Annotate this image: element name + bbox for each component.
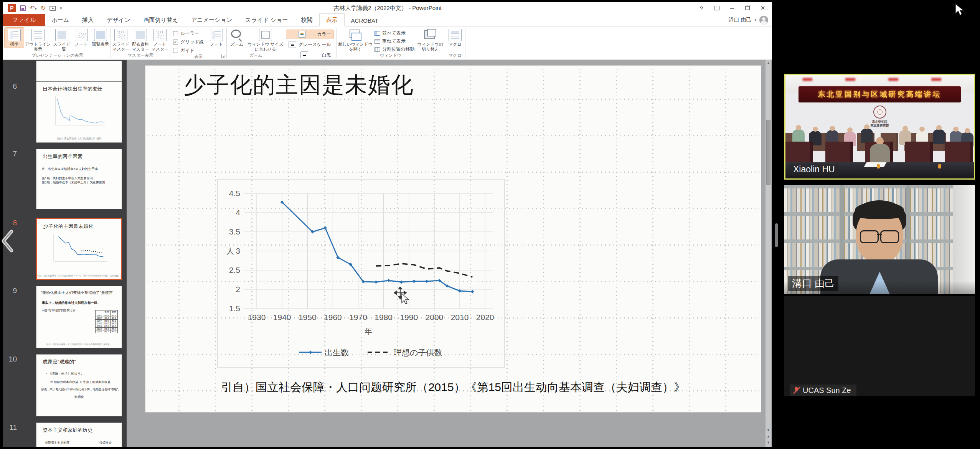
reading-view-button[interactable]: 閲覧表示 <box>91 28 110 48</box>
grayscale-button[interactable]: グレースケール <box>286 40 333 49</box>
slide-thumbnail-7[interactable]: 出生率的两个因素 ※ 出生率＝①结婚率×②夫妇的生子率 第1期：夫妇的生子率低下… <box>36 149 122 209</box>
desktop: 吉林大学講義2（2022中文） - PowerPoint P ↶▾ ↻ ▾ ? … <box>0 0 980 449</box>
tab-design[interactable]: デザイン <box>100 14 137 26</box>
slide-canvas[interactable]: 少子化的主因是未婚化 1.522.533.544.519301940195019… <box>145 65 761 413</box>
slide-chart[interactable]: 1.522.533.544.51930194019501960197019801… <box>217 179 505 368</box>
normal-view-button[interactable]: 標準 <box>5 28 24 48</box>
tab-home[interactable]: ホーム <box>45 14 76 26</box>
svg-text:1980: 1980 <box>375 313 393 322</box>
macros-button[interactable]: マクロ <box>445 28 465 48</box>
notes-page-button[interactable]: ノート <box>72 28 91 48</box>
arrange-all-button[interactable]: 並べて表示 <box>375 30 414 36</box>
video-participant-ucas-sun-ze[interactable]: UCAS Sun Ze <box>784 296 975 396</box>
svg-text:2010: 2010 <box>451 313 469 322</box>
ribbon-group-show: ルーラー ✓グリッド線 ガイド ノート 表示 <box>171 26 226 59</box>
curtain <box>953 185 975 294</box>
zoom-button[interactable]: ズーム <box>227 28 246 48</box>
color-button[interactable]: カラー <box>286 30 333 39</box>
start-slideshow-icon[interactable] <box>49 6 56 11</box>
scrollbar-thumb[interactable] <box>766 120 770 185</box>
window-title: 吉林大学講義2（2022中文） - PowerPoint <box>3 2 772 14</box>
handout-master-button[interactable]: 配布資料 マスター <box>131 28 150 52</box>
thumb-line: 第1期：夫妇的生子率低下为主要原因 <box>36 176 122 180</box>
svg-text:理想の子供数: 理想の子供数 <box>394 348 442 357</box>
save-icon[interactable] <box>20 5 26 11</box>
account-area[interactable]: 溝口 由己 ▾ <box>729 15 768 25</box>
ribbon-display-options-button[interactable] <box>710 3 724 13</box>
slide-master-button[interactable]: スライド マスター <box>111 28 131 52</box>
notes-master-button[interactable]: ノート マスター <box>150 28 170 52</box>
cup <box>938 164 941 168</box>
chevron-down-icon: ▾ <box>754 18 756 22</box>
dialog-launcher-icon[interactable] <box>221 54 225 58</box>
college-logo-icon <box>873 106 886 119</box>
collapse-panel-chevron-icon[interactable] <box>0 229 17 253</box>
slide-sorter-button[interactable]: スライド 一覧 <box>52 28 72 52</box>
paper <box>864 162 887 167</box>
gridlines-checkbox[interactable]: ✓グリッド線 <box>173 39 204 45</box>
tab-review[interactable]: 校閲 <box>295 14 319 26</box>
ribbon: 標準 アウトライン 表示 スライド 一覧 ノート 閲覧表示 プレゼンテーションの… <box>3 26 772 60</box>
notes-button[interactable]: ノート <box>207 28 226 48</box>
next-slide-icon[interactable]: ▼ <box>767 439 770 447</box>
video-participant-mizoguchi[interactable]: 溝口 由己 <box>784 185 975 294</box>
glasses-icon <box>860 230 899 242</box>
thumb-caption: 引自）厚生劳动省《人口动态统计》编制 <box>36 137 122 140</box>
tab-transitions[interactable]: 画面切り替え <box>137 14 185 26</box>
video-participant-xiaolin-hu[interactable]: 东北亚国别与区域研究高端讲坛 东北亚学院 东北亚研究院 Xiaolin HU <box>784 74 975 180</box>
ribbon-tabs: ファイル ホーム 挿入 デザイン 画面切り替え アニメーション スライド ショー… <box>3 14 772 26</box>
notes-page-icon <box>75 29 88 41</box>
slide-title[interactable]: 少子化的主因是未婚化 <box>184 70 414 100</box>
thumb-caption: 引自）国立社会保障・人口问题研究所（2015）《第15回出生动向基本调查（夫妇调… <box>37 274 121 277</box>
tab-animations[interactable]: アニメーション <box>185 14 239 26</box>
slide-thumbnail-8-selected[interactable]: 少子化的主因是未婚化 引自）国立社会保障・人口问题研究所（2015）《第15回出… <box>36 218 122 280</box>
tab-slideshow[interactable]: スライド ショー <box>239 14 294 26</box>
led-banner: 东北亚国别与区域研究高端讲坛 <box>799 86 961 102</box>
scroll-up-icon[interactable]: ▲ <box>767 60 770 66</box>
minimize-button[interactable]: ─ <box>725 3 739 13</box>
close-button[interactable]: ✕ <box>756 3 770 13</box>
slide-thumbnail-pane[interactable]: 6 日本合计特殊出生率的变迁 引自）厚生劳动省《人口动态统计》编制 7 出生率的… <box>3 60 127 447</box>
customize-quick-access-icon[interactable]: ▾ <box>60 6 62 11</box>
redo-icon[interactable]: ↻ <box>41 5 46 11</box>
svg-text:2020: 2020 <box>476 313 494 322</box>
fit-to-window-button[interactable]: ウィンドウ サイズ に合わせる <box>246 28 284 52</box>
slide-caption[interactable]: 引自）国立社会保障・人口问题研究所（2015）《第15回出生动向基本调查（夫妇调… <box>145 380 761 395</box>
ruler-checkbox[interactable]: ルーラー <box>173 30 204 37</box>
guides-checkbox[interactable]: ガイド <box>173 47 204 54</box>
svg-text:1.5: 1.5 <box>229 304 240 313</box>
outline-view-button[interactable]: アウトライン 表示 <box>24 28 52 52</box>
slide-thumbnail-5-partial[interactable] <box>36 61 122 81</box>
move-split-button[interactable]: 分割位置の移動 <box>375 46 414 53</box>
tab-view[interactable]: 表示 <box>319 13 345 26</box>
slide-thumbnail-9[interactable]: “未婚化是由于人们变得不想结婚了”是谎言 事实上，结婚的意向过去和现在都一样。 … <box>36 286 122 348</box>
thumb-line: ※ 出生率＝①结婚率×②夫妇的生子率 <box>36 167 122 172</box>
new-window-button[interactable]: 新しいウィンドウ を開く <box>337 28 374 52</box>
tab-file[interactable]: ファイル <box>3 14 45 26</box>
tab-insert[interactable]: 挿入 <box>76 14 100 26</box>
svg-text:人: 人 <box>226 247 234 255</box>
slide-thumbnail-10[interactable]: 成家是“艰难的” ・《结婚＝生子》的日本。 ➡ 结婚的成本和收益 ＝ 生孩子的成… <box>36 354 122 416</box>
vertical-scrollbar[interactable]: ▲ ▼ ▲ ▼ <box>766 60 771 447</box>
panel-drag-handle[interactable] <box>775 223 778 247</box>
microphone-muted-icon <box>794 386 799 394</box>
slide-thumbnail-11[interactable]: 资本主义和家庭的历史 初期资本主义制度 传统社会 <box>36 423 122 447</box>
black-white-button[interactable]: 白黒 <box>286 51 333 59</box>
ribbon-group-color: カラー グレースケール 白黒 カラー/グレースケール <box>285 26 336 59</box>
tab-acrobat[interactable]: ACROBAT <box>345 15 385 26</box>
restore-button[interactable] <box>741 3 754 13</box>
slide-thumbnail-6[interactable]: 日本合计特殊出生率的变迁 引自）厚生劳动省《人口动态统计》编制 <box>36 81 122 143</box>
svg-text:1970: 1970 <box>349 313 367 322</box>
svg-text:2.5: 2.5 <box>229 266 240 274</box>
thumb-title: 出生率的两个因素 <box>36 149 122 160</box>
undo-icon[interactable]: ↶▾ <box>30 5 37 11</box>
cascade-button[interactable]: 重ねて表示 <box>375 38 414 45</box>
slide-number: 9 <box>3 287 17 295</box>
switch-windows-button[interactable]: ウィンドウの 切り替え <box>416 28 444 52</box>
help-button[interactable]: ? <box>695 3 708 13</box>
previous-slide-icon[interactable]: ▲ <box>767 433 770 439</box>
thumb-caption: 引自）国立社会保障・人口问题研究所《出生动向基本调查》各年版。 <box>36 343 122 346</box>
svg-text:1950: 1950 <box>299 313 317 322</box>
scroll-down-icon[interactable]: ▼ <box>767 427 770 433</box>
cup <box>877 164 880 168</box>
